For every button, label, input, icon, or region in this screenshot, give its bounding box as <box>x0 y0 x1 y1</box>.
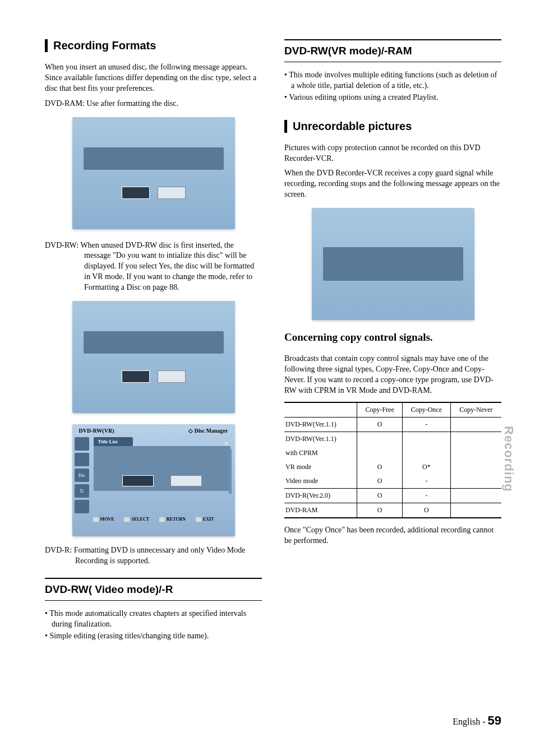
subsection-vr-mode: DVD-RW(VR mode)/-RAM <box>284 39 501 62</box>
dvd-r-note: DVD-R: Formatting DVD is unnecessary and… <box>45 545 262 567</box>
copy-signal-table: Copy-Free Copy-Once Copy-Never DVD-RW(Ve… <box>284 402 501 518</box>
td: DVD-RW(Ver.1.1) <box>284 417 357 432</box>
dm-side-icon: Ti <box>75 484 89 498</box>
td <box>450 488 501 503</box>
td <box>402 446 450 460</box>
th-copy-never: Copy-Never <box>450 402 501 418</box>
td: with CPRM <box>284 446 357 460</box>
footer-page-number: 59 <box>488 713 501 727</box>
td: VR mode <box>284 460 357 474</box>
dialog-button-dark <box>122 187 150 199</box>
dialog-bar <box>84 147 224 170</box>
section-recording-formats: Recording Formats <box>45 39 262 52</box>
dm-title-list: Title List <box>94 437 133 446</box>
td: O* <box>402 460 450 474</box>
heading-copy-control: Concerning copy control signals. <box>284 331 501 344</box>
intro-text: When you insert an unused disc, the foll… <box>45 62 262 94</box>
dm-side-icon: Dis <box>75 469 89 482</box>
td <box>357 432 403 446</box>
screenshot-rw-init <box>72 301 235 413</box>
copy-once-note: Once "Copy Once" has been recorded, addi… <box>284 525 501 546</box>
bullet-item: This mode involves multiple editing func… <box>284 70 501 91</box>
screenshot-disc-manager: DVD-RW(VR) ◇ Disc Manager Dis Ti Title L… <box>72 424 235 536</box>
td: DVD-RAM <box>284 503 357 518</box>
subsection-video-mode: DVD-RW( Video mode)/-R <box>45 578 262 601</box>
td: DVD-R(Ver.2.0) <box>284 488 357 503</box>
td: DVD-RW(Ver.1.1) <box>284 432 357 446</box>
unrecordable-p2: When the DVD Recorder-VCR receives a cop… <box>284 168 501 200</box>
td: O <box>357 460 403 474</box>
dialog-bar <box>84 331 224 354</box>
td: Video mode <box>284 474 357 489</box>
dvd-rw-note: DVD-RW: When unused DVD-RW disc is first… <box>45 240 262 293</box>
dialog-button-light <box>158 187 186 199</box>
side-tab-recording: Recording <box>501 426 516 492</box>
dm-footer-move: MOVE <box>93 517 114 522</box>
section-unrecordable: Unrecordable pictures <box>284 120 501 133</box>
td: O <box>357 417 403 432</box>
vr-mode-bullets: This mode involves multiple editing func… <box>284 70 501 103</box>
td: O <box>357 503 403 518</box>
dm-footer-return: RETURN <box>159 517 186 522</box>
dm-label: ◇ Disc Manager <box>188 428 228 434</box>
dialog-bar <box>323 247 463 281</box>
dm-mode: DVD-RW(VR) <box>79 428 114 434</box>
play-arrow-icon: ▶ <box>225 440 229 446</box>
dm-button-light <box>170 475 202 486</box>
screenshot-copy-guard <box>312 208 474 320</box>
dm-side-icon <box>75 453 89 466</box>
page-footer: English - 59 <box>453 713 501 728</box>
td: O <box>357 474 403 489</box>
dialog-button-light <box>158 370 186 383</box>
bullet-item: Various editing options using a created … <box>284 92 501 103</box>
td <box>357 446 403 460</box>
td <box>450 432 501 446</box>
dialog-button-dark <box>122 370 150 383</box>
unrecordable-p1: Pictures with copy protection cannot be … <box>284 143 501 164</box>
td <box>402 432 450 446</box>
dm-footer-exit: EXIT <box>196 517 214 522</box>
td: - <box>402 417 450 432</box>
td: O <box>402 503 450 518</box>
dm-scrollbar <box>229 449 232 494</box>
th-blank <box>284 402 357 418</box>
screenshot-ram-format <box>72 117 235 229</box>
footer-lang: English - <box>453 717 485 726</box>
td <box>450 446 501 460</box>
video-mode-bullets: This mode automatically creates chapters… <box>45 609 262 642</box>
td: O <box>357 488 403 503</box>
bullet-item: This mode automatically creates chapters… <box>45 609 262 630</box>
td <box>450 460 501 474</box>
dvd-ram-note: DVD-RAM: Use after formatting the disc. <box>45 99 262 109</box>
td <box>450 503 501 518</box>
td <box>450 474 501 489</box>
dm-side-icon <box>75 437 89 451</box>
dm-button-dark <box>122 475 154 486</box>
dm-footer-select: SELECT <box>124 517 149 522</box>
td: - <box>402 474 450 489</box>
th-copy-once: Copy-Once <box>402 402 450 418</box>
copy-control-text: Broadcasts that contain copy control sig… <box>284 354 501 396</box>
th-copy-free: Copy-Free <box>357 402 403 418</box>
bullet-item: Simple editing (erasing titles/changing … <box>45 631 262 642</box>
dm-side-icon <box>75 500 89 513</box>
td <box>450 417 501 432</box>
td: - <box>402 488 450 503</box>
